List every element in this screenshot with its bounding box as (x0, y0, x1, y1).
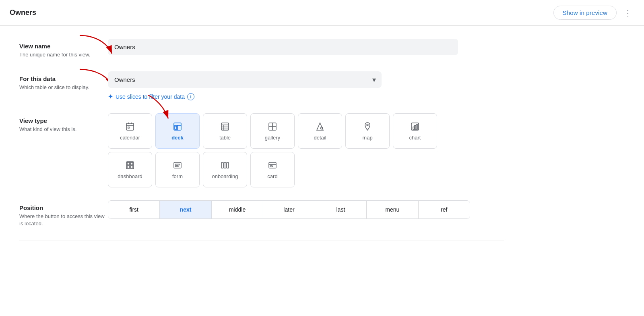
position-desc: Where the button to access this view is … (19, 213, 108, 227)
svg-rect-7 (128, 127, 129, 128)
onboarding-label: onboarding (212, 173, 238, 179)
svg-point-22 (367, 124, 368, 126)
main-content: View name The unique name for this view.… (0, 26, 523, 264)
svg-rect-25 (415, 125, 416, 129)
position-first[interactable]: first (108, 201, 160, 218)
svg-rect-28 (127, 162, 130, 165)
map-icon (363, 122, 372, 131)
svg-rect-40 (270, 166, 272, 167)
view-name-control (108, 39, 504, 55)
svg-rect-3 (126, 123, 134, 130)
svg-rect-33 (175, 164, 180, 165)
svg-rect-35 (221, 162, 223, 168)
view-type-map[interactable]: map (345, 113, 390, 149)
calendar-label: calendar (120, 135, 140, 141)
for-this-data-label-col: For this data Which table or slice to di… (19, 71, 108, 91)
view-type-row: View type What kind of view this is. (19, 113, 504, 187)
position-label-col: Position Where the button to access this… (19, 200, 108, 227)
deck-icon (173, 122, 182, 131)
page-title: Owners (10, 8, 36, 17)
header-actions: Show in preview ⋮ (553, 6, 634, 20)
position-row: Position Where the button to access this… (19, 200, 504, 227)
view-type-chart[interactable]: chart (393, 113, 437, 149)
svg-rect-26 (416, 124, 417, 129)
deck-label: deck (171, 135, 184, 141)
calendar-icon (125, 122, 135, 131)
view-type-card[interactable]: card (250, 152, 295, 187)
data-source-select[interactable]: Owners Customers Products (108, 71, 382, 88)
view-name-input[interactable] (108, 39, 458, 55)
card-icon (268, 160, 277, 170)
svg-rect-29 (130, 162, 133, 165)
svg-rect-36 (224, 162, 226, 168)
view-type-gallery[interactable]: gallery (250, 113, 295, 149)
svg-rect-34 (175, 166, 178, 167)
view-type-row-2: dashboard form (108, 152, 504, 187)
svg-rect-11 (175, 126, 177, 129)
position-label: Position (19, 204, 108, 211)
header: Owners Show in preview ⋮ (0, 0, 644, 26)
table-icon (220, 122, 230, 131)
svg-rect-31 (130, 166, 133, 168)
svg-rect-37 (227, 162, 229, 168)
svg-rect-38 (269, 162, 276, 168)
slice-link[interactable]: ✦ Use slices to filter your data i (108, 93, 194, 100)
view-type-calendar[interactable]: calendar (108, 113, 152, 149)
view-type-grid: calendar deck (108, 113, 504, 187)
show-preview-button[interactable]: Show in preview (553, 6, 617, 20)
for-this-data-desc: Which table or slice to display. (19, 84, 108, 91)
form-icon (173, 160, 182, 170)
view-name-row: View name The unique name for this view. (19, 39, 504, 58)
position-middle[interactable]: middle (212, 201, 263, 218)
more-menu-button[interactable]: ⋮ (621, 6, 634, 19)
view-type-form[interactable]: form (155, 152, 200, 187)
detail-icon (315, 122, 325, 131)
dashboard-icon (125, 160, 135, 170)
bottom-divider (19, 241, 504, 241)
for-this-data-control: Owners Customers Products ▾ ✦ Use slices… (108, 71, 504, 100)
position-next[interactable]: next (160, 201, 211, 218)
svg-point-21 (321, 127, 323, 129)
view-type-dashboard[interactable]: dashboard (108, 152, 152, 187)
data-source-select-wrapper: Owners Customers Products ▾ (108, 71, 382, 88)
card-label: card (267, 173, 277, 179)
gallery-icon (268, 122, 277, 131)
view-name-label-col: View name The unique name for this view. (19, 39, 108, 58)
position-ref[interactable]: ref (419, 201, 470, 218)
more-icon: ⋮ (624, 8, 632, 18)
position-last[interactable]: last (315, 201, 367, 218)
gallery-label: gallery (265, 135, 280, 141)
position-grid: first next middle later last menu ref (108, 200, 470, 219)
view-type-label-col: View type What kind of view this is. (19, 113, 108, 133)
view-name-desc: The unique name for this view. (19, 51, 108, 58)
position-later[interactable]: later (263, 201, 315, 218)
view-type-onboarding[interactable]: onboarding (203, 152, 247, 187)
svg-rect-24 (413, 127, 414, 129)
form-label: form (172, 173, 183, 179)
for-this-data-row: For this data Which table or slice to di… (19, 71, 504, 100)
view-type-desc: What kind of view this is. (19, 126, 108, 133)
svg-rect-30 (127, 166, 130, 168)
onboarding-icon (220, 160, 230, 170)
view-type-deck[interactable]: deck (155, 113, 200, 149)
position-control: first next middle later last menu ref (108, 200, 504, 219)
table-label: table (219, 135, 231, 141)
detail-label: detail (314, 135, 326, 141)
view-type-table[interactable]: table (203, 113, 247, 149)
info-icon[interactable]: i (187, 93, 194, 100)
view-type-row-1: calendar deck (108, 113, 504, 149)
slice-sparkle-icon: ✦ (108, 93, 113, 100)
slice-link-text: Use slices to filter your data (116, 94, 185, 100)
for-this-data-label: For this data (19, 75, 108, 82)
view-name-label: View name (19, 43, 108, 50)
view-type-control: calendar deck (108, 113, 504, 187)
chart-icon (410, 122, 420, 131)
position-menu[interactable]: menu (367, 201, 418, 218)
chart-label: chart (409, 135, 421, 141)
view-type-detail[interactable]: detail (298, 113, 342, 149)
view-type-label: View type (19, 117, 108, 124)
map-label: map (362, 135, 372, 141)
dashboard-label: dashboard (118, 173, 142, 179)
